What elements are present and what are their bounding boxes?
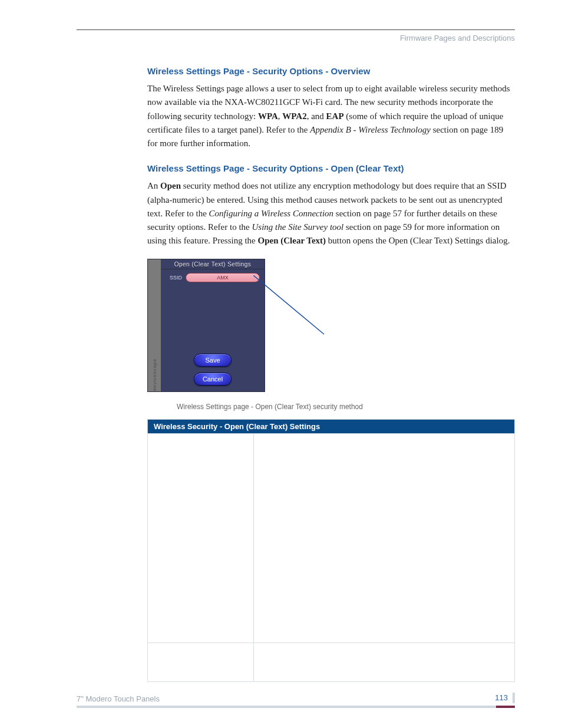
figure-caption: Wireless Settings page - Open (Clear Tex… (177, 403, 515, 411)
footer-left: 7" Modero Touch Panels (77, 694, 160, 703)
table-header: Wireless Security - Open (Clear Text) Se… (148, 419, 515, 433)
page-footer: 7" Modero Touch Panels 113 (77, 693, 515, 703)
table-cell (148, 643, 254, 681)
footer-bar (77, 706, 515, 708)
ssid-label: SSID (166, 275, 182, 281)
dialog-title: Open (Clear Text) Settings (161, 259, 265, 269)
bold-wpa: WPA (258, 111, 278, 121)
bold-eap: EAP (326, 111, 344, 121)
section2-para: An Open security method does not utilize… (147, 179, 515, 248)
section2-title: Wireless Settings Page - Security Option… (147, 163, 515, 173)
svg-line-0 (253, 275, 324, 334)
top-rule (77, 29, 515, 30)
dialog-sidebar-text: devicescape (152, 356, 157, 391)
table-cell (254, 433, 515, 643)
callout-line-icon (253, 275, 359, 352)
dialog-sidebar: devicescape (148, 259, 161, 391)
table-cell (148, 433, 254, 643)
bold-btn: Open (Clear Text) (257, 236, 326, 245)
italic-ref2: Using the Site Survey tool (252, 222, 343, 232)
settings-table: Wireless Security - Open (Clear Text) Se… (147, 419, 515, 682)
save-button[interactable]: Save (194, 354, 232, 367)
text: , and (307, 111, 326, 121)
text: An (147, 181, 160, 190)
italic-ref1: Configuring a Wireless Connection (209, 209, 334, 218)
bold-wpa2: WPA2 (282, 111, 306, 121)
bold-open: Open (160, 181, 181, 190)
italic-appendix: Appendix B - Wireless Technology (310, 125, 431, 134)
section1-title: Wireless Settings Page - Security Option… (147, 66, 515, 76)
figure-dialog: devicescape Open (Clear Text) Settings S… (147, 259, 515, 399)
cancel-button[interactable]: Cancel (194, 373, 232, 386)
ssid-input[interactable]: AMX (186, 273, 260, 282)
table-cell (254, 643, 515, 681)
page-number: 113 (495, 693, 515, 703)
running-head: Firmware Pages and Descriptions (77, 34, 515, 42)
section1-para: The Wireless Settings page allows a user… (147, 82, 515, 150)
text: button opens the Open (Clear Text) Setti… (326, 236, 510, 245)
dialog-window: devicescape Open (Clear Text) Settings S… (147, 259, 265, 392)
